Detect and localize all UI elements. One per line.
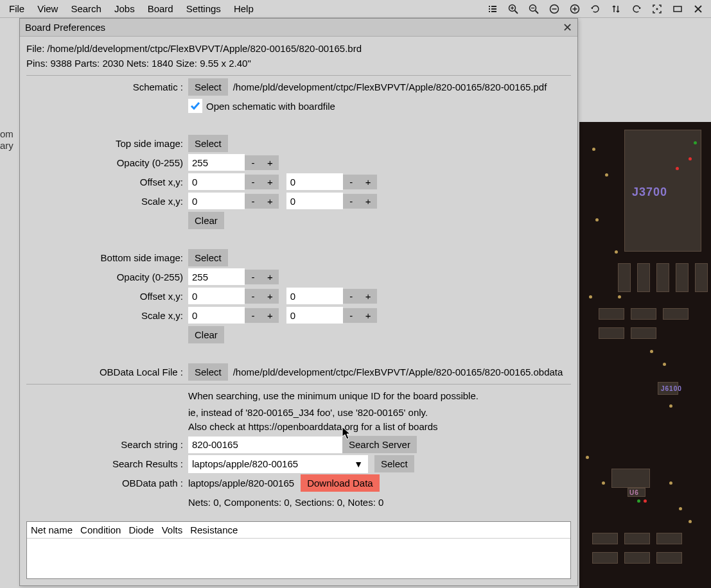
top-scale-x-minus[interactable]: -: [245, 194, 261, 209]
schematic-label: Schematic :: [26, 82, 188, 92]
top-image-select-button[interactable]: Select: [188, 135, 228, 152]
top-image-label: Top side image:: [26, 138, 188, 149]
file-info: File: /home/pld/development/ctpc/FlexBVP…: [26, 42, 571, 56]
obdata-path-value: laptops/apple/820-00165: [188, 478, 294, 489]
search-results-selected: laptops/apple/820-00165: [192, 458, 351, 469]
dialog-title: Board Preferences: [25, 22, 563, 33]
chevron-down-icon: ▼: [351, 459, 365, 469]
top-offset-y-plus[interactable]: +: [360, 175, 377, 189]
bottom-opacity-minus[interactable]: -: [245, 270, 261, 284]
pcb-label-j6100: J6100: [661, 385, 682, 392]
col-net-name: Net name: [31, 524, 80, 535]
top-scale-x-plus[interactable]: +: [261, 194, 279, 209]
bottom-scale-y-minus[interactable]: -: [343, 308, 360, 323]
open-schematic-checkbox[interactable]: [188, 99, 202, 113]
bottom-offset-y-minus[interactable]: -: [343, 289, 360, 304]
focus-icon[interactable]: [650, 2, 664, 16]
bottom-image-select-button[interactable]: Select: [188, 249, 228, 266]
search-server-button[interactable]: Search Server: [342, 436, 417, 453]
top-scale-y-input[interactable]: [286, 193, 343, 209]
circle-plus-icon[interactable]: [568, 2, 582, 16]
rotate-ccw-icon[interactable]: [588, 2, 602, 16]
circle-minus-icon[interactable]: [547, 2, 561, 16]
col-diode: Diode: [128, 524, 161, 535]
search-results-label: Search Results :: [26, 458, 188, 469]
svg-rect-13: [674, 6, 681, 12]
swap-vert-icon[interactable]: [609, 2, 623, 16]
obdata-summary: Nets: 0, Components: 0, Sections: 0, Not…: [188, 497, 383, 508]
menu-view[interactable]: View: [31, 1, 64, 17]
top-scale-label: Scale x,y:: [26, 196, 188, 207]
bottom-clear-button[interactable]: Clear: [188, 326, 224, 343]
top-opacity-plus[interactable]: +: [261, 155, 279, 170]
top-scale-y-plus[interactable]: +: [360, 194, 377, 209]
zoom-out-icon[interactable]: [527, 2, 541, 16]
nets-table[interactable]: Net name Condition Diode Volts Resistanc…: [26, 521, 571, 580]
top-offset-x-plus[interactable]: +: [261, 175, 279, 189]
top-clear-button[interactable]: Clear: [188, 212, 224, 229]
menu-search[interactable]: Search: [64, 1, 108, 17]
menu-settings[interactable]: Settings: [180, 1, 227, 17]
bottom-offset-y-input[interactable]: [286, 288, 343, 304]
zoom-in-icon[interactable]: [506, 2, 520, 16]
open-schematic-label: Open schematic with boardfile: [206, 101, 335, 112]
top-offset-label: Offset x,y:: [26, 177, 188, 187]
download-data-button[interactable]: Download Data: [301, 474, 380, 492]
bottom-opacity-label: Opacity (0-255): [26, 272, 188, 282]
bottom-opacity-input[interactable]: [188, 268, 245, 285]
schematic-select-button[interactable]: Select: [188, 78, 228, 96]
bottom-scale-x-input[interactable]: [188, 307, 245, 324]
col-volts: Volts: [162, 524, 191, 535]
list-icon[interactable]: [486, 2, 500, 16]
top-opacity-input[interactable]: [188, 154, 245, 171]
dialog-close-icon[interactable]: ✕: [563, 22, 572, 33]
menu-board[interactable]: Board: [141, 1, 180, 17]
top-offset-x-input[interactable]: [188, 173, 245, 190]
top-offset-y-minus[interactable]: -: [343, 175, 360, 189]
dialog-titlebar[interactable]: Board Preferences ✕: [20, 19, 577, 37]
top-scale-y-minus[interactable]: -: [343, 194, 360, 209]
bottom-offset-x-minus[interactable]: -: [245, 289, 261, 304]
top-scale-x-input[interactable]: [188, 193, 245, 209]
pcb-label-u6: U6: [629, 489, 639, 496]
obdata-file-label: OBData Local File :: [26, 367, 188, 377]
bottom-offset-x-input[interactable]: [188, 288, 245, 304]
bottom-scale-x-minus[interactable]: -: [245, 308, 261, 323]
close-icon[interactable]: [691, 2, 705, 16]
bottom-offset-label: Offset x,y:: [26, 291, 188, 302]
menu-file[interactable]: File: [3, 1, 31, 17]
search-string-input[interactable]: [188, 437, 342, 453]
bottom-scale-y-input[interactable]: [286, 307, 343, 324]
obdata-path-label: OBData path :: [26, 478, 188, 489]
table-header: Net name Condition Diode Volts Resistanc…: [27, 522, 570, 539]
bottom-opacity-plus[interactable]: +: [261, 270, 279, 284]
bottom-offset-x-plus[interactable]: +: [261, 289, 279, 304]
search-results-dropdown[interactable]: laptops/apple/820-00165 ▼: [188, 455, 368, 473]
search-hint-1: When searching, use the minimum unique I…: [188, 390, 478, 404]
top-opacity-minus[interactable]: -: [245, 155, 261, 170]
bottom-scale-x-plus[interactable]: +: [261, 308, 279, 323]
board-preferences-dialog: Board Preferences ✕ File: /home/pld/deve…: [19, 18, 578, 586]
top-opacity-label: Opacity (0-255): [26, 157, 188, 168]
bg-text: om ary: [0, 128, 13, 151]
board-stats: Pins: 9388 Parts: 2030 Nets: 1840 Size: …: [26, 56, 571, 76]
bottom-scale-y-plus[interactable]: +: [360, 308, 377, 323]
menubar: File View Search Jobs Board Settings Hel…: [0, 0, 711, 18]
search-results-select-button[interactable]: Select: [374, 455, 414, 472]
top-offset-y-input[interactable]: [286, 173, 343, 190]
col-resistance: Resistance: [190, 524, 245, 535]
pcb-view[interactable]: J3700 J6100 U6: [579, 122, 711, 588]
pcb-label-j3700: J3700: [632, 186, 667, 199]
bottom-offset-y-plus[interactable]: +: [360, 289, 377, 304]
menu-jobs[interactable]: Jobs: [108, 1, 141, 17]
col-condition: Condition: [80, 524, 128, 535]
svg-line-1: [515, 10, 518, 13]
bottom-image-label: Bottom side image:: [26, 252, 188, 263]
schematic-path: /home/pld/development/ctpc/FlexBVPVT/App…: [228, 82, 547, 92]
menu-help[interactable]: Help: [227, 1, 260, 17]
window-icon[interactable]: [671, 2, 685, 16]
obdata-select-button[interactable]: Select: [188, 363, 228, 381]
top-offset-x-minus[interactable]: -: [245, 175, 261, 189]
obdata-path: /home/pld/development/ctpc/FlexBVPVT/App…: [228, 367, 563, 377]
rotate-cw-icon[interactable]: [629, 2, 644, 16]
